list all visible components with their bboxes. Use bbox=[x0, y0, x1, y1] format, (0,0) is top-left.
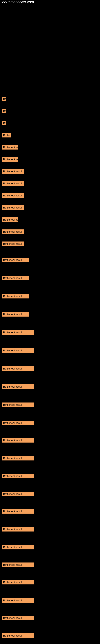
result-badge-29: Bottleneck result bbox=[1, 527, 34, 532]
result-item-8: Bottleneck result bbox=[0, 181, 100, 186]
result-item-1: Bottleneck result bbox=[0, 96, 100, 101]
result-badge-14: Bottleneck result bbox=[1, 258, 29, 262]
result-item-33: Bottleneck result bbox=[0, 598, 100, 603]
result-item-14: Bottleneck result bbox=[0, 258, 100, 262]
result-item-27: Bottleneck result bbox=[0, 492, 100, 496]
result-item-20: Bottleneck result bbox=[0, 366, 100, 371]
result-badge-35: Bottleneck result bbox=[1, 633, 34, 638]
result-badge-11: Bottleneck result bbox=[1, 217, 18, 222]
result-item-11: Bottleneck result bbox=[0, 217, 100, 222]
result-item-32: Bottleneck result bbox=[0, 580, 100, 584]
result-badge-21: Bottleneck result bbox=[1, 384, 34, 389]
result-badge-18: Bottleneck result bbox=[1, 330, 34, 335]
result-item-9: Bottleneck result bbox=[0, 193, 100, 198]
result-item-12: Bottleneck result bbox=[0, 230, 100, 234]
result-badge-12: Bottleneck result bbox=[1, 230, 24, 234]
result-badge-6: Bottleneck result bbox=[1, 157, 18, 162]
result-item-28: Bottleneck result bbox=[0, 509, 100, 514]
result-badge-13: Bottleneck result bbox=[1, 242, 24, 246]
result-badge-22: Bottleneck result bbox=[1, 402, 34, 407]
result-item-22: Bottleneck result bbox=[0, 402, 100, 407]
result-item-18: Bottleneck result bbox=[0, 330, 100, 335]
result-badge-30: Bottleneck result bbox=[1, 545, 34, 550]
site-title: TheBottlenecker.com bbox=[0, 0, 100, 4]
result-item-3: Bottleneck result bbox=[0, 121, 100, 126]
result-item-19: Bottleneck result bbox=[0, 348, 100, 353]
result-badge-31: Bottleneck result bbox=[1, 562, 34, 567]
result-badge-20: Bottleneck result bbox=[1, 366, 34, 371]
result-item-31: Bottleneck result bbox=[0, 562, 100, 567]
result-item-16: Bottleneck result bbox=[0, 294, 100, 298]
result-badge-5: Bottleneck result bbox=[1, 145, 18, 150]
result-item-29: Bottleneck result bbox=[0, 527, 100, 532]
result-badge-8: Bottleneck result bbox=[1, 181, 24, 186]
result-badge-10: Bottleneck result bbox=[1, 205, 24, 210]
result-item-17: Bottleneck result bbox=[0, 312, 100, 316]
result-item-10: Bottleneck result bbox=[0, 205, 100, 210]
result-item-7: Bottleneck result bbox=[0, 169, 100, 174]
result-item-24: Bottleneck result bbox=[0, 438, 100, 442]
result-item-21: Bottleneck result bbox=[0, 384, 100, 389]
result-item-23: Bottleneck result bbox=[0, 420, 100, 425]
result-badge-25: Bottleneck result bbox=[1, 456, 34, 460]
result-badge-19: Bottleneck result bbox=[1, 348, 34, 353]
result-item-6: Bottleneck result bbox=[0, 157, 100, 162]
result-badge-27: Bottleneck result bbox=[1, 492, 34, 496]
result-badge-26: Bottleneck result bbox=[1, 474, 34, 478]
result-badge-34: Bottleneck result bbox=[1, 616, 34, 620]
result-badge-24: Bottleneck result bbox=[1, 438, 34, 442]
result-badge-1: Bottleneck result bbox=[1, 96, 6, 101]
result-item-13: Bottleneck result bbox=[0, 242, 100, 246]
result-item-15: Bottleneck result bbox=[0, 276, 100, 280]
result-item-2: Bottleneck result bbox=[0, 109, 100, 113]
result-badge-3: Bottleneck result bbox=[1, 121, 6, 126]
result-item-30: Bottleneck result bbox=[0, 545, 100, 550]
result-badge-15: Bottleneck result bbox=[1, 276, 29, 280]
result-badge-23: Bottleneck result bbox=[1, 420, 34, 425]
result-badge-32: Bottleneck result bbox=[1, 580, 34, 584]
result-badge-7: Bottleneck result bbox=[1, 169, 24, 174]
result-badge-28: Bottleneck result bbox=[1, 509, 34, 514]
result-badge-17: Bottleneck result bbox=[1, 312, 29, 316]
result-badge-2: Bottleneck result bbox=[1, 109, 6, 113]
result-item-25: Bottleneck result bbox=[0, 456, 100, 460]
result-item-26: Bottleneck result bbox=[0, 474, 100, 478]
result-item-5: Bottleneck result bbox=[0, 145, 100, 150]
result-badge-16: Bottleneck result bbox=[1, 294, 29, 298]
result-item-34: Bottleneck result bbox=[0, 616, 100, 620]
result-item-35: Bottleneck result bbox=[0, 633, 100, 638]
result-badge-33: Bottleneck result bbox=[1, 598, 34, 603]
result-badge-9: Bottleneck result bbox=[1, 193, 24, 198]
result-item-4: Bottleneck result bbox=[0, 133, 100, 138]
result-badge-4: Bottleneck result bbox=[1, 133, 11, 138]
